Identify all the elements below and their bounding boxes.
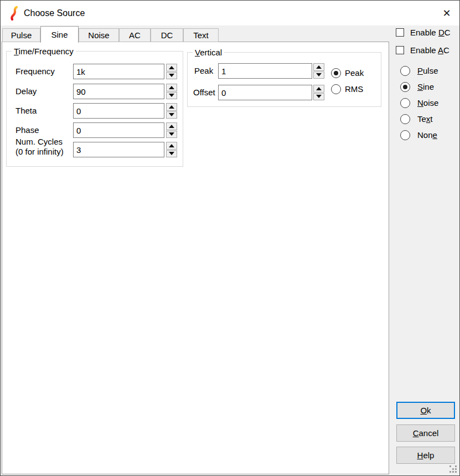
phase-spinner [166, 122, 177, 138]
radio-source-text-label: Text [417, 114, 433, 124]
up-arrow-icon [169, 66, 174, 69]
theta-spin-down-button[interactable] [166, 111, 177, 119]
time-frequency-legend: Time/Frequency [12, 47, 76, 56]
help-button[interactable]: Help [396, 447, 455, 464]
enable-ac-checkbox[interactable] [396, 46, 404, 54]
offset-spin-up-button[interactable] [313, 85, 324, 93]
radio-source-none[interactable] [400, 130, 410, 140]
peak-spinner [313, 63, 324, 79]
peak-input[interactable] [218, 63, 312, 79]
radio-amplitude-peak[interactable] [331, 68, 341, 78]
frequency-spin-up-button[interactable] [166, 64, 177, 71]
enable-dc-label: Enable DC [410, 28, 451, 38]
up-arrow-icon [169, 86, 174, 89]
tab-pulse[interactable]: Pulse [2, 28, 40, 42]
tab-text[interactable]: Text [183, 28, 219, 42]
theta-spinner [166, 103, 177, 119]
num-cycles-spin-up-button[interactable] [166, 142, 177, 150]
offset-spinner [313, 85, 324, 100]
enable-dc-checkbox[interactable] [396, 28, 404, 37]
offset-input[interactable] [218, 85, 312, 100]
radio-source-noise-label: Noise [417, 98, 438, 108]
ok-button[interactable]: Ok [396, 402, 455, 419]
radio-amplitude-rms-label: RMS [345, 84, 363, 94]
radio-source-sine-label: Sine [417, 82, 434, 92]
frequency-spinner [166, 64, 177, 79]
close-button[interactable]: ✕ [434, 1, 459, 25]
delay-spin-up-button[interactable] [166, 84, 177, 91]
theta-input[interactable] [73, 103, 164, 119]
offset-label: Offset [193, 85, 215, 100]
app-sine-icon [9, 6, 20, 21]
tab-sine[interactable]: Sine [40, 26, 79, 43]
frequency-label: Frequency [15, 64, 55, 79]
radio-source-pulse-label: Pulse [417, 66, 438, 76]
peak-spin-up-button[interactable] [313, 63, 324, 71]
title-bar: Choose Source ✕ [1, 1, 459, 25]
radio-amplitude-peak-label: Peak [345, 68, 364, 78]
choose-source-dialog: Choose Source ✕ Pulse Sine Noise AC DC T… [0, 0, 460, 476]
num-cycles-input[interactable] [73, 142, 164, 157]
phase-label: Phase [15, 122, 39, 138]
tab-dc[interactable]: DC [151, 28, 183, 42]
radio-source-noise[interactable] [400, 98, 410, 108]
radio-source-text[interactable] [400, 114, 410, 124]
delay-label: Delay [15, 84, 37, 99]
radio-source-pulse[interactable] [400, 66, 410, 76]
phase-spin-up-button[interactable] [166, 122, 177, 130]
num-cycles-spin-down-button[interactable] [166, 150, 177, 158]
num-cycles-spinner [166, 142, 177, 157]
up-arrow-icon [169, 144, 174, 147]
up-arrow-icon [316, 65, 322, 69]
resize-grip[interactable] [449, 465, 457, 473]
down-arrow-icon [316, 95, 322, 98]
radio-source-sine[interactable] [400, 82, 410, 92]
offset-spin-down-button[interactable] [313, 93, 324, 101]
frequency-spin-down-button[interactable] [166, 72, 177, 80]
tab-ac[interactable]: AC [119, 28, 151, 42]
radio-amplitude-rms[interactable] [331, 84, 341, 94]
phase-spin-down-button[interactable] [166, 131, 177, 139]
tab-noise[interactable]: Noise [79, 28, 119, 42]
radio-source-none-label: None [417, 130, 437, 140]
vertical-legend: Vertical [193, 48, 224, 57]
down-arrow-icon [169, 74, 174, 77]
cancel-button[interactable]: Cancel [396, 424, 455, 442]
peak-label: Peak [194, 63, 213, 79]
close-icon: ✕ [442, 7, 451, 19]
peak-spin-down-button[interactable] [313, 71, 324, 79]
frequency-input[interactable] [73, 64, 164, 79]
delay-spinner [166, 84, 177, 99]
theta-spin-up-button[interactable] [166, 103, 177, 111]
down-arrow-icon [169, 152, 174, 155]
down-arrow-icon [316, 73, 322, 76]
phase-input[interactable] [73, 122, 164, 138]
up-arrow-icon [316, 87, 322, 90]
down-arrow-icon [169, 113, 174, 116]
down-arrow-icon [169, 132, 174, 136]
up-arrow-icon [169, 125, 174, 128]
delay-input[interactable] [73, 84, 164, 99]
theta-label: Theta [15, 103, 37, 119]
num-cycles-label: Num. Cycles (0 for infinity) [15, 137, 64, 157]
delay-spin-down-button[interactable] [166, 92, 177, 100]
up-arrow-icon [169, 105, 174, 109]
enable-ac-label: Enable AC [410, 45, 449, 55]
window-title: Choose Source [24, 1, 85, 25]
down-arrow-icon [169, 94, 174, 97]
